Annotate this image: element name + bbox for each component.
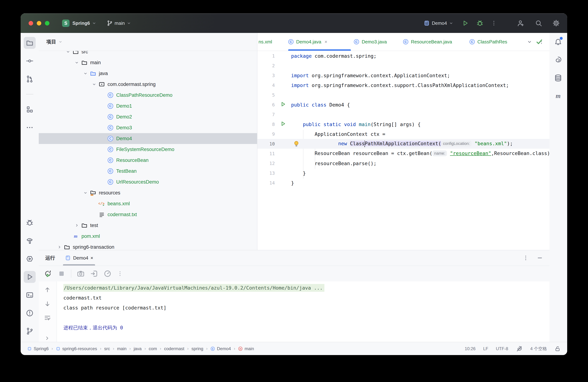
expand-gutter-icon[interactable] xyxy=(44,335,50,342)
rerun-button[interactable] xyxy=(44,269,52,278)
zoom-window-button[interactable] xyxy=(45,21,49,25)
chevron-down-icon[interactable] xyxy=(82,191,89,195)
project-panel-header[interactable]: 项目 xyxy=(39,33,257,51)
close-icon[interactable]: × xyxy=(90,255,93,261)
tree-item-resourcebean[interactable]: CResourceBean xyxy=(39,155,257,166)
soft-wrap-icon[interactable] xyxy=(44,314,51,322)
code-line-14[interactable]: 14} xyxy=(257,178,549,188)
more-options-button[interactable] xyxy=(523,255,529,261)
code-line-10[interactable]: 10 new ClassPathXmlApplicationContext(co… xyxy=(257,139,549,149)
scroll-up-icon[interactable] xyxy=(44,286,51,293)
tool-stripe-more-tools-button[interactable] xyxy=(24,122,36,134)
breadcrumb-item[interactable]: src xyxy=(104,346,110,351)
chevron-right-icon[interactable] xyxy=(55,245,63,249)
tree-item-resources[interactable]: resources xyxy=(39,187,257,198)
code-line-12[interactable]: 12 resourceBean.parse(); xyxy=(257,158,549,168)
tool-stripe-debug-button[interactable] xyxy=(24,217,36,229)
tool-stripe-pull-requests-button[interactable] xyxy=(24,73,36,85)
code-line-3[interactable]: 3import org.springframework.context.Appl… xyxy=(257,71,549,80)
profiler-button[interactable] xyxy=(104,270,111,278)
breadcrumb-item[interactable]: main xyxy=(117,346,126,351)
console-output[interactable]: /Users/codermast/Library/Java/JavaVirtua… xyxy=(57,281,549,342)
code-line-6[interactable]: 6public class Demo4 { xyxy=(257,100,549,110)
code-editor[interactable]: 1package com.codermast.spring;23import o… xyxy=(257,51,549,250)
chevron-down-icon[interactable] xyxy=(90,82,98,87)
breadcrumb-item[interactable]: Spring6 xyxy=(27,346,49,351)
editor-tab-demo3-java[interactable]: CDemo3.java xyxy=(352,33,401,51)
breadcrumb-item[interactable]: CDemo4 xyxy=(210,346,231,351)
stop-button[interactable] xyxy=(58,270,65,278)
project-widget[interactable]: Spring6 xyxy=(72,20,97,26)
ai-assistant-status-icon[interactable] xyxy=(516,345,523,352)
tree-item-filesystemresourcedemo[interactable]: CFileSystemResourceDemo xyxy=(39,144,257,155)
code-line-8[interactable]: 8 public static void main(String[] args)… xyxy=(257,119,549,129)
editor-tab-ns-xml[interactable]: ns.xml xyxy=(257,33,287,51)
close-icon[interactable]: × xyxy=(325,39,327,45)
tool-stripe-structure-button[interactable] xyxy=(24,103,36,115)
breadcrumb-item[interactable]: mmain xyxy=(238,346,254,351)
chevron-down-icon[interactable] xyxy=(82,71,89,76)
tree-item-demo3[interactable]: CDemo3 xyxy=(39,122,257,133)
tree-item-com-codermast-spring[interactable]: com.codermast.spring xyxy=(39,79,257,90)
tree-item-pom-xml[interactable]: mpom.xml xyxy=(39,231,257,242)
chevron-down-icon[interactable] xyxy=(527,39,532,45)
chevron-down-icon[interactable] xyxy=(73,60,81,65)
more-actions-button[interactable] xyxy=(491,20,497,26)
snapshot-button[interactable] xyxy=(77,270,85,278)
indent-setting[interactable]: 4 个空格 xyxy=(530,346,547,352)
run-configuration-widget[interactable]: Demo4 xyxy=(423,20,454,26)
tool-stripe-ai-assistant-button[interactable] xyxy=(552,54,564,66)
tree-item-spring6-transaction[interactable]: spring6-transaction xyxy=(39,242,257,250)
tool-stripe-project-button[interactable] xyxy=(24,37,36,49)
tool-stripe-commit-button[interactable] xyxy=(24,55,36,67)
breadcrumb-item[interactable]: com xyxy=(149,346,157,351)
inspections-ok-icon[interactable] xyxy=(535,38,543,46)
tool-stripe-version-control-button[interactable] xyxy=(24,325,36,337)
editor-tab-resourcebean-java[interactable]: CResourceBean.java xyxy=(401,33,468,51)
code-line-9[interactable]: 9 ApplicationContext ctx = xyxy=(257,129,549,139)
tree-item-beans-xml[interactable]: </>beans.xml xyxy=(39,198,257,209)
breadcrumb-item[interactable]: codermast xyxy=(164,346,184,351)
run-button[interactable] xyxy=(462,20,469,27)
run-line-icon[interactable] xyxy=(280,101,286,108)
tool-stripe-services-button[interactable] xyxy=(24,253,36,265)
unlock-icon[interactable] xyxy=(554,346,561,352)
tool-stripe-database-button[interactable] xyxy=(552,72,564,84)
tree-item-demo2[interactable]: CDemo2 xyxy=(39,112,257,122)
breadcrumb-item[interactable]: spring xyxy=(191,346,203,351)
close-window-button[interactable] xyxy=(29,21,33,25)
tree-item-codermast-txt[interactable]: codermast.txt xyxy=(39,209,257,220)
editor-tab-demo4-java[interactable]: CDemo4.java× xyxy=(287,33,352,51)
tree-item-src[interactable]: src xyxy=(39,51,257,57)
code-line-13[interactable]: 13 } xyxy=(257,168,549,178)
code-with-me-button[interactable] xyxy=(517,19,525,27)
tree-item-main[interactable]: main xyxy=(39,57,257,68)
debug-button[interactable] xyxy=(476,19,483,27)
editor-tab-classpathresourcedemo-java[interactable]: CClassPathResourceDemo.java xyxy=(468,33,507,51)
tree-item-demo1[interactable]: CDemo1 xyxy=(39,101,257,112)
line-separator[interactable]: LF xyxy=(483,346,488,351)
chevron-down-icon[interactable] xyxy=(64,51,72,54)
breadcrumb-item[interactable]: java xyxy=(134,346,142,351)
tree-item-urlresourcesdemo[interactable]: CUrlResourcesDemo xyxy=(39,176,257,187)
tree-item-java[interactable]: java xyxy=(39,68,257,79)
import-thread-dump-button[interactable] xyxy=(90,270,98,278)
tree-item-test[interactable]: test xyxy=(39,220,257,231)
tool-stripe-terminal-button[interactable] xyxy=(24,289,36,301)
code-line-2[interactable]: 2 xyxy=(257,61,549,71)
tool-stripe-notifications-button[interactable] xyxy=(552,36,564,48)
tree-item-classpathresourcedemo[interactable]: CClassPathResourceDemo xyxy=(39,90,257,101)
tool-stripe-maven-button[interactable]: m xyxy=(552,90,564,102)
tool-stripe-problems-button[interactable] xyxy=(24,307,36,319)
code-line-11[interactable]: 11 ResourceBean resourceBean = ctx.getBe… xyxy=(257,149,549,158)
hide-panel-button[interactable] xyxy=(537,255,543,261)
scroll-down-icon[interactable] xyxy=(44,300,51,307)
tool-stripe-run-button[interactable] xyxy=(24,271,36,283)
vcs-branch-widget[interactable]: main xyxy=(107,20,131,26)
code-line-7[interactable]: 7 xyxy=(257,110,549,119)
tree-item-demo4[interactable]: CDemo4 xyxy=(39,133,257,144)
tool-stripe-build-button[interactable] xyxy=(24,235,36,247)
cursor-position[interactable]: 10:26 xyxy=(465,346,476,351)
breadcrumb-item[interactable]: spring6-resources xyxy=(56,346,97,351)
window-controls[interactable] xyxy=(29,21,49,25)
